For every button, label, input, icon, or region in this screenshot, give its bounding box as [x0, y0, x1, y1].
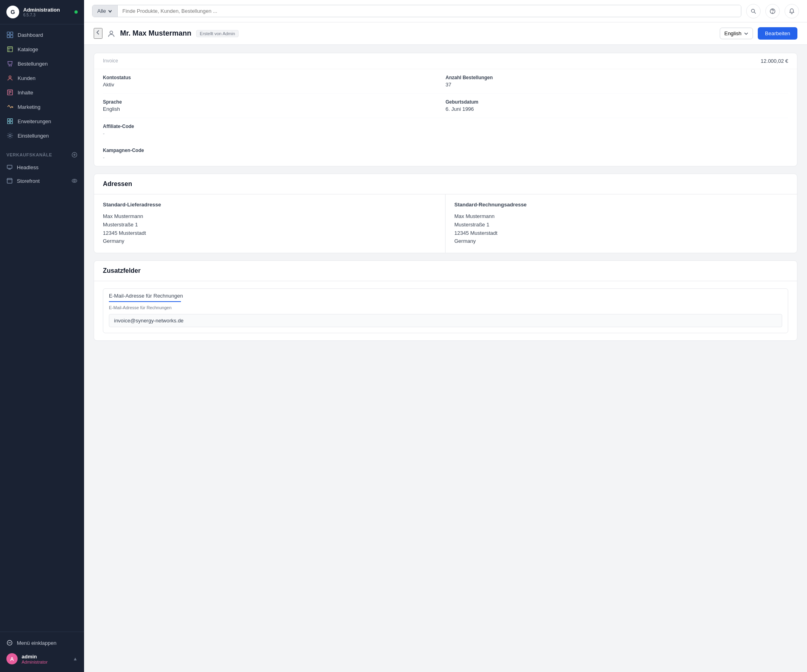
svg-point-14 [12, 107, 13, 108]
kontostatus-label: Kontostatus [103, 75, 446, 80]
add-channel-icon[interactable] [71, 152, 78, 158]
addresses-card: Adressen Standard-Lieferadresse Max Must… [94, 174, 797, 253]
sidebar-label-marketing: Marketing [18, 104, 40, 110]
help-icon-button[interactable] [765, 4, 780, 18]
svg-point-27 [74, 180, 75, 182]
search-filter-button[interactable]: Alle [92, 5, 118, 17]
svg-point-26 [72, 179, 77, 182]
notifications-icon-button[interactable] [785, 4, 799, 18]
customers-icon [6, 74, 14, 82]
page-content: Mr. Max Mustermann Erstellt von Admin En… [84, 22, 807, 672]
addresses-header: Adressen [94, 174, 797, 194]
marketing-icon [6, 103, 14, 110]
rechnungsadresse-city: 12345 Musterstadt [454, 229, 788, 238]
kampagnen-field: Kampagnen-Code - [103, 142, 446, 166]
rechnungsadresse-name: Max Mustermann [454, 212, 788, 221]
admin-user[interactable]: A admin Administrator ▲ [0, 650, 84, 668]
collapse-menu-button[interactable]: Menü einklappen [0, 636, 84, 650]
kontostatus-value: Aktiv [103, 82, 446, 88]
online-indicator [74, 10, 78, 14]
svg-point-34 [110, 31, 113, 34]
language-select[interactable]: English [720, 28, 753, 39]
svg-point-19 [9, 134, 11, 136]
sidebar-item-einstellungen[interactable]: Einstellungen [0, 128, 84, 143]
dashboard-icon [6, 31, 14, 38]
svg-line-31 [754, 12, 756, 14]
orders-icon [6, 60, 14, 67]
lieferadresse-city: 12345 Musterstadt [103, 229, 436, 238]
rechnungsadresse-street: Musterstraße 1 [454, 221, 788, 229]
sidebar-label-inhalte: Inhalte [18, 90, 33, 96]
sidebar-logo: G Administration 6.5.7.3 [0, 0, 84, 24]
geburtsdatum-value: 6. Juni 1996 [446, 106, 788, 112]
search-icon-button[interactable] [746, 4, 761, 18]
storefront-icon [6, 178, 13, 184]
svg-rect-1 [10, 32, 13, 34]
email-value: invoice@synergy-networks.de [109, 314, 782, 327]
svg-rect-3 [10, 35, 13, 38]
affiliate-value: - [103, 130, 446, 136]
address-grid: Standard-Lieferadresse Max Mustermann Mu… [94, 194, 797, 253]
anzahl-value: 37 [446, 82, 788, 88]
search-bar: Alle [92, 5, 741, 17]
email-field-wrapper: E-Mail-Adresse für Rechnungen E-Mail-Adr… [103, 288, 788, 333]
kampagnen-label: Kampagnen-Code [103, 148, 446, 153]
headless-icon [6, 164, 13, 170]
search-icon [750, 8, 757, 14]
kontostatus-field: Kontostatus Aktiv [103, 69, 446, 94]
svg-rect-0 [7, 32, 10, 34]
sidebar-item-inhalte[interactable]: Inhalte [0, 85, 84, 100]
content-icon [6, 89, 14, 96]
svg-rect-23 [7, 165, 12, 168]
help-icon [769, 8, 776, 14]
zusatzfelder-body: E-Mail-Adresse für Rechnungen E-Mail-Adr… [94, 281, 797, 340]
sidebar-label-kataloge: Kataloge [18, 46, 38, 52]
sidebar-label-kunden: Kunden [18, 75, 36, 81]
lieferadresse-name: Max Mustermann [103, 212, 436, 221]
sidebar-label-einstellungen: Einstellungen [18, 133, 49, 139]
sprache-label: Sprache [103, 99, 446, 105]
lieferadresse-type: Standard-Lieferadresse [103, 202, 436, 208]
channel-label-headless: Headless [17, 164, 38, 170]
rechnungsadresse-country: Germany [454, 237, 788, 246]
chevron-down-icon [108, 9, 112, 14]
svg-rect-15 [8, 119, 10, 121]
zusatzfelder-header: Zusatzfelder [94, 261, 797, 281]
back-arrow-icon [94, 29, 102, 36]
avatar: A [6, 653, 18, 664]
bearbeiten-button[interactable]: Bearbeiten [758, 27, 797, 40]
sidebar-item-kataloge[interactable]: Kataloge [0, 42, 84, 56]
logo-text: Administration 6.5.7.3 [23, 7, 60, 18]
svg-rect-25 [7, 180, 12, 183]
invoice-label: Invoice [103, 58, 118, 64]
sidebar-item-bestellungen[interactable]: Bestellungen [0, 56, 84, 71]
invoice-item: Invoice [103, 58, 118, 64]
sprache-field: Sprache English [103, 94, 446, 118]
sidebar-label-bestellungen: Bestellungen [18, 61, 48, 67]
zusatzfelder-card: Zusatzfelder E-Mail-Adresse für Rechnung… [94, 260, 797, 341]
search-input[interactable] [118, 5, 741, 17]
sidebar-item-erweiterungen[interactable]: Erweiterungen [0, 114, 84, 128]
sidebar-label-dashboard: Dashboard [18, 32, 43, 38]
sidebar-item-marketing[interactable]: Marketing [0, 100, 84, 114]
invoice-value-item: 12.000,02 € [761, 58, 788, 64]
lieferadresse-country: Germany [103, 237, 436, 246]
channel-label-storefront: Storefront [17, 178, 40, 184]
anzahl-field: Anzahl Bestellungen 37 [446, 69, 788, 94]
lang-chevron-icon [744, 31, 749, 36]
sidebar-item-headless[interactable]: Headless [0, 160, 84, 174]
svg-point-33 [773, 12, 773, 13]
back-button[interactable] [94, 28, 102, 39]
addresses-title: Adressen [103, 180, 132, 187]
sidebar: G Administration 6.5.7.3 Dashboard Katal… [0, 0, 84, 672]
sidebar-item-kunden[interactable]: Kunden [0, 71, 84, 85]
sidebar-item-dashboard[interactable]: Dashboard [0, 28, 84, 42]
sidebar-item-storefront[interactable]: Storefront [0, 174, 84, 188]
visibility-icon[interactable] [71, 178, 78, 184]
kampagnen-value: - [103, 154, 446, 160]
sidebar-label-erweiterungen: Erweiterungen [18, 118, 51, 124]
svg-rect-16 [10, 119, 12, 121]
rechnungsadresse-item: Standard-Rechnungsadresse Max Mustermann… [446, 194, 797, 253]
logo-icon: G [6, 6, 19, 18]
anzahl-label: Anzahl Bestellungen [446, 75, 788, 80]
